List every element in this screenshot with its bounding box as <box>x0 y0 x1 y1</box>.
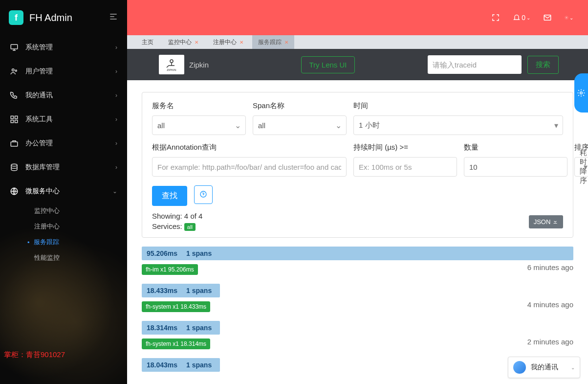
sidebar-item-label: 用户管理 <box>25 67 53 76</box>
chevron-right-icon: › <box>115 68 117 75</box>
result-bar: 95.206ms 1 spans <box>142 247 573 260</box>
services-text: Services: <box>152 222 182 230</box>
notifications-button[interactable]: 0 ⌄ <box>513 14 530 22</box>
count-input[interactable] <box>464 157 567 177</box>
time-select[interactable]: 1 小时 <box>353 115 563 135</box>
service-label: 服务名 <box>152 101 246 111</box>
service-select[interactable]: all <box>152 115 246 135</box>
sidebar-item-office[interactable]: 办公管理 › <box>0 131 127 155</box>
result-item[interactable]: 18.433ms 1 spans fh-system x1 18.433ms 4… <box>142 284 573 312</box>
svg-text:ZIPKIN: ZIPKIN <box>167 68 176 71</box>
select-value: 耗时降序 <box>580 148 587 185</box>
tab-registry[interactable]: 注册中心✕ <box>207 35 249 49</box>
sub-item-label: 监控中心 <box>34 206 60 215</box>
sidebar-item-tools[interactable]: 系统工具 › <box>0 107 127 131</box>
sidebar-item-label: 我的通讯 <box>25 91 53 100</box>
find-button[interactable]: 查找 <box>152 186 187 206</box>
tab-label: 监控中心 <box>168 38 192 46</box>
annotation-input[interactable] <box>152 157 347 177</box>
settings-icon[interactable]: ⌄ <box>565 13 573 22</box>
brand: f FH Admin <box>0 0 127 35</box>
result-spans: 1 spans <box>186 287 212 294</box>
avatar <box>513 361 526 374</box>
chevron-right-icon: › <box>115 164 117 171</box>
trace-id-input[interactable] <box>428 55 522 74</box>
sidebar-item-comm[interactable]: 我的通讯 › <box>0 83 127 107</box>
span-select[interactable]: all <box>253 115 347 135</box>
top-header: 0 ⌄ ⌄ <box>127 0 588 35</box>
brand-title: FH Admin <box>29 12 72 23</box>
tab-tracing[interactable]: 服务跟踪✕ <box>252 35 294 49</box>
sub-item-monitor[interactable]: 监控中心 <box>27 203 127 219</box>
sidebar-item-microservice[interactable]: 微服务中心 ⌄ <box>0 179 127 203</box>
svg-rect-5 <box>11 120 13 122</box>
sidebar-submenu: 监控中心 注册中心 服务跟踪 性能监控 <box>0 203 127 266</box>
settings-float-button[interactable] <box>574 73 588 113</box>
tab-monitor[interactable]: 监控中心✕ <box>162 35 204 49</box>
duration-input[interactable] <box>353 157 457 177</box>
time-label: 时间 <box>353 101 563 111</box>
svg-rect-7 <box>11 142 18 146</box>
service-badge: fh-system x1 18.433ms <box>142 301 210 312</box>
result-spans: 1 spans <box>186 361 212 369</box>
result-item[interactable]: 18.314ms 1 spans fh-system x1 18.314ms 2… <box>142 321 573 349</box>
sub-item-registry[interactable]: 注册中心 <box>27 219 127 234</box>
help-icon <box>199 190 207 198</box>
annotation-label: 根据Annotation查询 <box>152 143 347 152</box>
result-bar: 18.043ms 1 spans <box>142 358 220 372</box>
close-icon[interactable]: ✕ <box>195 40 198 45</box>
chevron-down-icon: ⌄ <box>112 188 117 195</box>
sidebar-item-label: 系统管理 <box>25 43 53 52</box>
span-label: Span名称 <box>253 101 347 111</box>
briefcase-icon <box>10 139 19 148</box>
try-lens-button[interactable]: Try Lens UI <box>301 56 355 73</box>
chat-widget[interactable]: 我的通讯 ⌄ <box>508 357 580 378</box>
mail-icon[interactable] <box>543 13 552 22</box>
sidebar-item-label: 微服务中心 <box>25 187 60 196</box>
sort-select[interactable]: 耗时降序 <box>574 157 588 177</box>
svg-point-2 <box>15 70 17 71</box>
svg-point-1 <box>12 68 15 71</box>
close-icon[interactable]: ✕ <box>240 40 243 45</box>
service-badge: fh-im x1 95.206ms <box>142 264 198 275</box>
gear-icon <box>577 89 586 97</box>
sidebar-item-system[interactable]: 系统管理 › <box>0 35 127 59</box>
result-bar: 18.433ms 1 spans <box>142 284 220 297</box>
time-ago: 2 minutes ago <box>527 338 573 346</box>
close-icon[interactable]: ✕ <box>284 40 288 45</box>
menu-toggle-icon[interactable] <box>109 12 118 24</box>
chevron-right-icon: › <box>115 44 117 51</box>
sidebar-item-database[interactable]: 数据库管理 › <box>0 155 127 179</box>
json-button[interactable]: JSON <box>529 215 563 228</box>
search-button[interactable]: 搜索 <box>527 56 559 74</box>
result-item[interactable]: 95.206ms 1 spans fh-im x1 95.206ms 6 min… <box>142 247 573 275</box>
zipkin-brand-label: Zipkin <box>189 61 209 69</box>
svg-point-15 <box>580 92 583 94</box>
duration-label: 持续时间 (µs) >= <box>353 143 457 152</box>
sub-item-tracing[interactable]: 服务跟踪 <box>27 234 127 250</box>
monitor-icon <box>10 43 19 52</box>
result-bar: 18.314ms 1 spans <box>142 321 220 335</box>
brand-logo: f <box>9 10 23 25</box>
sub-item-performance[interactable]: 性能监控 <box>27 250 127 266</box>
tab-label: 服务跟踪 <box>258 38 282 46</box>
svg-rect-4 <box>15 116 18 118</box>
filter-card: 服务名 all ⌄ Span名称 all ⌄ 时间 1 小时 ▾ <box>142 92 573 238</box>
sidebar-item-users[interactable]: 用户管理 › <box>0 59 127 83</box>
sidebar: f FH Admin 系统管理 › 用户管理 › 我的通讯 › 系统工具 › 办… <box>0 0 127 384</box>
notification-count: 0 <box>522 14 525 22</box>
globe-icon <box>10 187 19 196</box>
sidebar-item-label: 办公管理 <box>25 139 53 148</box>
help-button[interactable] <box>194 185 213 204</box>
grid-icon <box>10 115 19 124</box>
chevron-down-icon: ⌄ <box>571 365 575 370</box>
tab-home[interactable]: 主页 <box>136 35 159 49</box>
svg-rect-3 <box>11 116 13 118</box>
chevron-down-icon: ⌄ <box>569 15 573 21</box>
count-label: 数量 <box>464 143 567 152</box>
zipkin-logo: ZIPKIN <box>159 55 184 74</box>
svg-rect-0 <box>11 45 18 49</box>
database-icon <box>10 163 19 172</box>
service-badge: fh-system x1 18.314ms <box>142 339 210 349</box>
fullscreen-icon[interactable] <box>491 13 500 22</box>
